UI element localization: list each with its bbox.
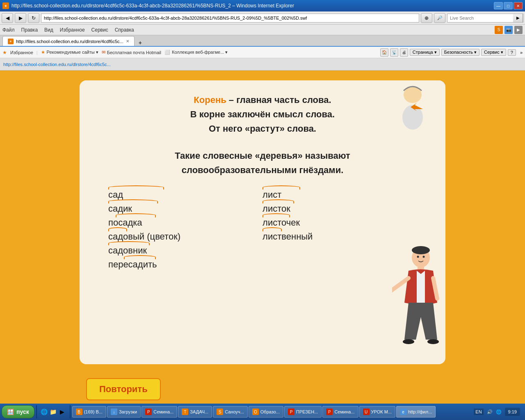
close-button[interactable]: ✕ bbox=[514, 2, 523, 9]
tool-icon2[interactable]: ▶ bbox=[514, 26, 523, 34]
speaker-icon[interactable]: 🔊 bbox=[487, 409, 493, 415]
maximize-button[interactable]: □ bbox=[504, 2, 513, 9]
favorites-bar: ★ Избранное | ★ Рекомендуемые сайты ▾ ✉ … bbox=[0, 47, 525, 58]
word-item-sadovnik: садовник bbox=[108, 245, 180, 256]
page-menu-button[interactable]: Страница ▾ bbox=[410, 49, 440, 56]
title-bar: e http://files.school-collection.edu.ru/… bbox=[0, 0, 525, 11]
taskbar-item-0[interactable]: B (169) В... bbox=[72, 406, 106, 418]
secondary-section: Такие словесные «деревья» называют слово… bbox=[96, 148, 429, 177]
menu-file[interactable]: Файл bbox=[2, 27, 15, 33]
taskbar-item-8[interactable]: U УРОК М... bbox=[359, 406, 395, 418]
keyword-root: Корень bbox=[194, 95, 226, 105]
fav-icon-1: ★ bbox=[41, 50, 45, 55]
taskbar-item-6[interactable]: P ПРЕЗЕН... bbox=[284, 406, 322, 418]
taskbar-item-label-3: ЗАДАЧ... bbox=[190, 409, 208, 414]
tools-button[interactable]: Сервис ▾ bbox=[481, 49, 506, 56]
taskbar-item-icon-1: ↓ bbox=[111, 409, 117, 415]
taskbar-lang: EN bbox=[474, 409, 483, 415]
taskbar-item-icon-6: P bbox=[288, 409, 294, 415]
browser-icon: e bbox=[2, 2, 9, 9]
current-url-label: http://files.school-collection.edu.ru/dl… bbox=[3, 62, 111, 67]
ie-quick-icon[interactable]: 🌐 bbox=[40, 408, 48, 416]
rss-button[interactable]: 📡 bbox=[390, 48, 398, 57]
tab-label: http://files.school-collection.edu.ru/dl… bbox=[16, 39, 123, 44]
fav-label-1: Рекомендуемые сайты ▾ bbox=[47, 50, 98, 55]
fav-label-3: Коллекция веб-фрагме... ▾ bbox=[172, 50, 228, 55]
favorites-star-icon: ★ bbox=[2, 50, 7, 55]
url-input[interactable] bbox=[41, 14, 419, 23]
tab-close-button[interactable]: ✕ bbox=[126, 39, 129, 43]
menu-view[interactable]: Вид bbox=[44, 27, 53, 33]
favorites-label[interactable]: Избранное bbox=[10, 50, 33, 55]
taskbar-item-4[interactable]: S Саноуч... bbox=[213, 406, 248, 418]
menu-help[interactable]: Справка bbox=[115, 27, 134, 33]
bottom-bar: Повторить bbox=[78, 372, 447, 400]
menu-tools[interactable]: Сервис bbox=[91, 27, 108, 33]
word-columns: сад садик посадка садовый (цветок) bbox=[96, 189, 429, 270]
taskbar-item-icon-3: T bbox=[182, 409, 188, 415]
taskbar-item-2[interactable]: P Семина... bbox=[142, 406, 177, 418]
folder-quick-icon[interactable]: 📁 bbox=[49, 408, 57, 416]
word-item-listok: листок bbox=[262, 203, 313, 214]
refresh-button[interactable]: ↻ bbox=[28, 13, 39, 23]
fav-icon-3: ⬜ bbox=[164, 50, 170, 55]
taskbar-item-5[interactable]: O Образо... bbox=[249, 406, 283, 418]
tab-icon: e bbox=[8, 39, 14, 44]
taskbar-item-9[interactable]: e http://фил... bbox=[396, 406, 436, 418]
taskbar-item-3[interactable]: T ЗАДАЧ... bbox=[178, 406, 212, 418]
left-word-column: сад садик посадка садовый (цветок) bbox=[108, 189, 180, 270]
taskbar-item-label-2: Семина... bbox=[153, 409, 173, 414]
taskbar-right: EN 🔊 🌐 9:19 bbox=[474, 408, 523, 416]
start-icon: 🪟 bbox=[7, 409, 14, 415]
menu-favorites[interactable]: Избранное bbox=[60, 27, 85, 33]
menu-edit[interactable]: Правка bbox=[21, 27, 38, 33]
menu-bar: Файл Правка Вид Избранное Сервис Справка… bbox=[0, 25, 525, 35]
fav-item-3[interactable]: ⬜ Коллекция веб-фрагме... ▾ bbox=[164, 50, 228, 55]
print-button[interactable]: 🖨 bbox=[400, 48, 408, 57]
new-tab-button[interactable]: + bbox=[139, 39, 142, 46]
search-go-button[interactable]: ▶ bbox=[513, 14, 523, 23]
taskbar-separator bbox=[36, 405, 37, 418]
taskbar-item-label-1: Загрузки bbox=[119, 409, 137, 414]
right-word-column: лист листок листочек лиственный bbox=[262, 189, 313, 270]
fav-label-2: Бесплатная почта Hotmail bbox=[107, 50, 161, 55]
taskbar-item-label-6: ПРЕЗЕН... bbox=[296, 409, 318, 414]
intro-line3: От него «растут» слова. bbox=[209, 123, 316, 134]
network-icon: 🌐 bbox=[496, 409, 502, 415]
media-quick-icon[interactable]: ▶ bbox=[58, 408, 66, 416]
search-input[interactable] bbox=[447, 16, 513, 21]
svg-point-3 bbox=[412, 246, 430, 254]
taskbar: 🪟 пуск 🌐 📁 ▶ B (169) В... ↓ Загрузки P С… bbox=[0, 404, 525, 420]
forward-button[interactable]: ▶ bbox=[15, 13, 26, 23]
intro-section: Корень – главная часть слова. В корне за… bbox=[96, 93, 429, 136]
svg-point-8 bbox=[417, 256, 419, 258]
search-options-button[interactable]: 🔎 bbox=[434, 13, 445, 23]
repeat-button[interactable]: Повторить bbox=[86, 378, 161, 400]
toolbar-expand-button[interactable]: » bbox=[520, 50, 523, 55]
taskbar-item-icon-0: B bbox=[76, 409, 82, 415]
tab-bar: e http://files.school-collection.edu.ru/… bbox=[0, 35, 525, 47]
go-button[interactable]: ⊕ bbox=[421, 13, 432, 23]
help-button[interactable]: ? bbox=[508, 49, 516, 56]
taskbar-item-label-8: УРОК М... bbox=[371, 409, 392, 414]
fav-item-1[interactable]: ★ Рекомендуемые сайты ▾ bbox=[41, 50, 98, 55]
start-button[interactable]: 🪟 пуск bbox=[2, 405, 34, 418]
word-item-listochek: листочек bbox=[262, 217, 313, 228]
taskbar-item-label-7: Семина... bbox=[334, 409, 354, 414]
intro-line2: В корне заключён смысл слова. bbox=[190, 109, 335, 119]
tool-icon1[interactable]: 📷 bbox=[504, 26, 513, 34]
fav-item-2[interactable]: ✉ Бесплатная почта Hotmail bbox=[102, 50, 161, 55]
page-button[interactable]: 🏠 bbox=[380, 48, 388, 57]
window-title: http://files.school-collection.edu.ru/dl… bbox=[11, 3, 494, 9]
word-item-sadik: садик bbox=[108, 203, 180, 214]
taskbar-item-1[interactable]: ↓ Загрузки bbox=[107, 406, 141, 418]
snagit-icon[interactable]: S bbox=[495, 26, 503, 34]
back-button[interactable]: ◀ bbox=[2, 13, 13, 23]
wizard-illustration bbox=[392, 84, 433, 134]
minimize-button[interactable]: — bbox=[494, 2, 503, 9]
svg-point-6 bbox=[403, 339, 414, 344]
security-button[interactable]: Безопасность ▾ bbox=[441, 49, 479, 56]
taskbar-item-icon-4: S bbox=[217, 409, 223, 415]
tab-active[interactable]: e http://files.school-collection.edu.ru/… bbox=[2, 36, 135, 46]
taskbar-item-7[interactable]: P Семина... bbox=[322, 406, 358, 418]
